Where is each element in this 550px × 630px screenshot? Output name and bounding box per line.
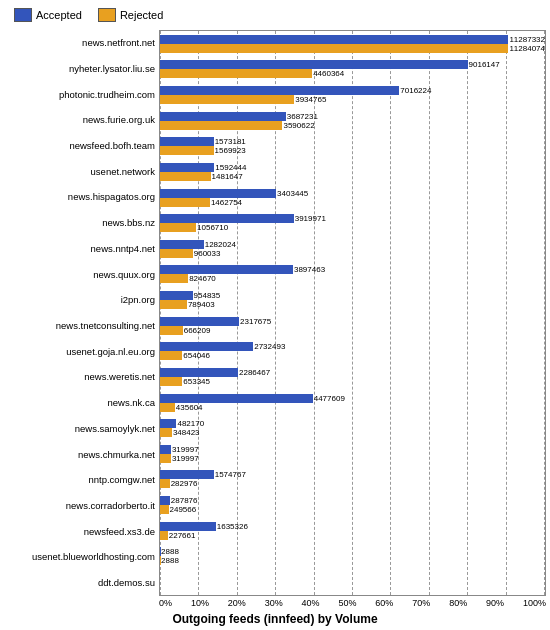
accepted-value: 7016224 xyxy=(400,86,431,95)
bar-row: 3897463824670 xyxy=(160,265,545,283)
rejected-bar-line: 249566 xyxy=(160,505,545,514)
bar-row: 90161474460364 xyxy=(160,60,545,78)
bar-row: 34034451462754 xyxy=(160,189,545,207)
rejected-value: 1569923 xyxy=(215,146,246,155)
accepted-value: 1635326 xyxy=(217,522,248,531)
x-axis-label: 20% xyxy=(228,598,246,608)
accepted-bar xyxy=(160,86,399,95)
rejected-bar-line: 824670 xyxy=(160,274,545,283)
bar-row: 319997319997 xyxy=(160,445,545,463)
rejected-bar xyxy=(160,223,196,232)
accepted-bar xyxy=(160,35,508,44)
accepted-value: 2732493 xyxy=(254,342,285,351)
chart-plot-area: 1128733211284074901614744603647016224393… xyxy=(159,30,546,596)
accepted-value: 954835 xyxy=(194,291,221,300)
x-axis-label: 50% xyxy=(338,598,356,608)
accepted-value: 1282024 xyxy=(205,240,236,249)
accepted-bar xyxy=(160,470,214,479)
y-label: ddt.demos.su xyxy=(4,578,155,588)
rejected-bar-line: 227661 xyxy=(160,531,545,540)
y-label: news.tnetconsulting.net xyxy=(4,321,155,331)
legend-rejected: Rejected xyxy=(98,8,163,22)
bar-row: 15731811569923 xyxy=(160,137,545,155)
rejected-bar-line: 3934765 xyxy=(160,95,545,104)
rejected-bar xyxy=(160,326,183,335)
accepted-bar xyxy=(160,394,313,403)
rejected-bar-line: 960033 xyxy=(160,249,545,258)
accepted-bar-line: 1635326 xyxy=(160,522,545,531)
accepted-value: 482170 xyxy=(177,419,204,428)
rejected-bar-line: 666209 xyxy=(160,326,545,335)
x-axis-label: 30% xyxy=(265,598,283,608)
bar-row: 482170348423 xyxy=(160,419,545,437)
rejected-bar-line: 653345 xyxy=(160,377,545,386)
bar-row: 15924441481647 xyxy=(160,163,545,181)
chart-area: news.netfront.netnyheter.lysator.liu.sep… xyxy=(4,30,546,626)
rejected-legend-box xyxy=(98,8,116,22)
accepted-bar xyxy=(160,112,286,121)
accepted-value: 3687231 xyxy=(287,112,318,121)
rejected-value: 653345 xyxy=(183,377,210,386)
bar-row: 1282024960033 xyxy=(160,240,545,258)
accepted-bar-line: 319997 xyxy=(160,445,545,454)
rejected-bar xyxy=(160,274,188,283)
rejected-bar xyxy=(160,95,294,104)
y-label: news.samoylyk.net xyxy=(4,424,155,434)
y-label: news.netfront.net xyxy=(4,38,155,48)
accepted-bar xyxy=(160,163,214,172)
accepted-bar-line: 1592444 xyxy=(160,163,545,172)
rejected-bar-line xyxy=(160,582,545,591)
bar-row: 2286467653345 xyxy=(160,368,545,386)
x-axis-label: 40% xyxy=(302,598,320,608)
bar-row: 287876249566 xyxy=(160,496,545,514)
accepted-bar-line: 1574767 xyxy=(160,470,545,479)
y-label: news.furie.org.uk xyxy=(4,115,155,125)
bar-row: 2732493654046 xyxy=(160,342,545,360)
rejected-value: 249566 xyxy=(170,505,197,514)
accepted-bar xyxy=(160,60,468,69)
accepted-value: 9016147 xyxy=(469,60,500,69)
accepted-bar-line: 11287332 xyxy=(160,35,545,44)
accepted-bar-line: 7016224 xyxy=(160,86,545,95)
bar-row: 2317675666209 xyxy=(160,317,545,335)
accepted-bar-line: 3919971 xyxy=(160,214,545,223)
y-label: photonic.trudheim.com xyxy=(4,90,155,100)
chart-container: Accepted Rejected news.netfront.netnyhet… xyxy=(0,0,550,630)
accepted-bar xyxy=(160,317,239,326)
accepted-bar xyxy=(160,214,294,223)
bars-rows: 1128733211284074901614744603647016224393… xyxy=(160,31,545,595)
rejected-value: 11284074 xyxy=(509,44,545,53)
accepted-bar xyxy=(160,445,171,454)
accepted-bar-line: 2317675 xyxy=(160,317,545,326)
rejected-bar-line: 1569923 xyxy=(160,146,545,155)
rejected-bar-line: 1462754 xyxy=(160,198,545,207)
accepted-value: 2888 xyxy=(161,547,179,556)
accepted-bar xyxy=(160,342,253,351)
y-label: nyheter.lysator.liu.se xyxy=(4,64,155,74)
rejected-bar-line: 435604 xyxy=(160,403,545,412)
legend: Accepted Rejected xyxy=(14,8,546,22)
rejected-bar xyxy=(160,172,211,181)
accepted-bar-line: 954835 xyxy=(160,291,545,300)
legend-accepted: Accepted xyxy=(14,8,82,22)
x-axis-label: 100% xyxy=(523,598,546,608)
accepted-bar-line: 1282024 xyxy=(160,240,545,249)
x-axis-label: 10% xyxy=(191,598,209,608)
y-label: news.nk.ca xyxy=(4,398,155,408)
accepted-bar xyxy=(160,189,276,198)
y-labels: news.netfront.netnyheter.lysator.liu.sep… xyxy=(4,30,159,596)
rejected-value: 654046 xyxy=(183,351,210,360)
rejected-bar-line: 4460364 xyxy=(160,69,545,78)
rejected-bar xyxy=(160,121,282,130)
rejected-value: 1481647 xyxy=(212,172,243,181)
accepted-bar xyxy=(160,240,204,249)
rejected-bar xyxy=(160,249,193,258)
x-axis-labels: 0%10%20%30%40%50%60%70%80%90%100% xyxy=(159,596,546,608)
accepted-bar-line: 9016147 xyxy=(160,60,545,69)
bar-row: 1128733211284074 xyxy=(160,35,545,53)
accepted-bar-line: 2888 xyxy=(160,547,545,556)
rejected-bar xyxy=(160,146,214,155)
rejected-bar-line: 319997 xyxy=(160,454,545,463)
bar-row: 28882888 xyxy=(160,547,545,565)
rejected-value: 3934765 xyxy=(295,95,326,104)
